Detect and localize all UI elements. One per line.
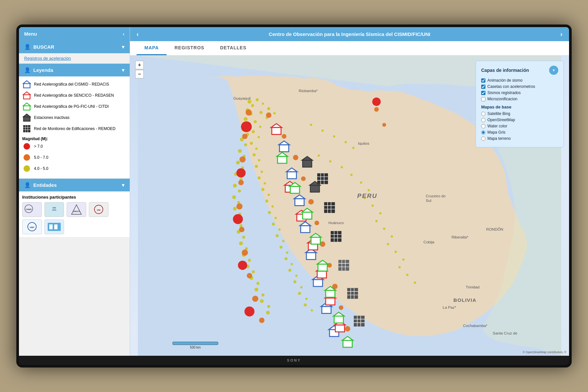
checkbox-sismos-input[interactable]	[481, 91, 485, 95]
tv-bottom: SONY	[19, 356, 569, 365]
radio-mapaterreno[interactable]: Mapa terreno	[481, 136, 558, 141]
svg-rect-187	[335, 325, 344, 332]
svg-point-102	[300, 286, 302, 288]
tabs-bar: MAPA REGISTROS DETALLES	[130, 41, 569, 56]
svg-point-156	[238, 261, 247, 270]
map-container[interactable]: PERU BOLIVIA Guayaquil Riobamba* Iquitos…	[130, 56, 569, 356]
svg-point-158	[372, 97, 381, 106]
checkbox-sismos[interactable]: Sismos registrados	[481, 90, 558, 95]
tab-registros[interactable]: REGISTROS	[167, 41, 212, 55]
svg-point-85	[261, 188, 264, 191]
svg-point-151	[374, 107, 379, 112]
left-arrow[interactable]: ‹	[137, 30, 139, 38]
svg-point-59	[252, 270, 255, 273]
svg-text:SEN: SEN	[53, 207, 56, 209]
right-arrow[interactable]: ›	[560, 30, 563, 38]
svg-point-66	[266, 311, 270, 315]
svg-text:Cobija: Cobija	[423, 240, 434, 244]
info-panel-toggle[interactable]: ▾	[549, 66, 558, 75]
svg-point-69	[267, 107, 270, 110]
svg-point-76	[257, 136, 260, 138]
svg-point-61	[256, 282, 259, 285]
legend-text-sencico: Red Acelerográfica de SENCICO - REDASEN	[34, 93, 114, 98]
svg-point-32	[244, 117, 248, 121]
leyenda-header[interactable]: 👤 Leyenda ▾	[19, 64, 130, 76]
svg-rect-224	[338, 260, 349, 271]
svg-rect-199	[326, 290, 335, 297]
checkbox-animacion[interactable]: Animación de sismo	[481, 78, 558, 83]
checkbox-microzon-input[interactable]	[481, 97, 485, 101]
radio-satellite[interactable]: Satellite Bing	[481, 111, 558, 116]
svg-point-51	[239, 224, 242, 227]
svg-point-67	[256, 98, 259, 101]
svg-point-103	[298, 292, 301, 295]
radio-mapagris[interactable]: Mapa Gris	[481, 130, 558, 135]
svg-point-112	[318, 155, 320, 157]
entidades-header[interactable]: 👤 Entidades ▾	[19, 179, 130, 191]
radio-watercolor-input[interactable]	[481, 124, 485, 128]
svg-point-145	[315, 220, 319, 225]
svg-point-141	[282, 134, 286, 139]
svg-point-57	[248, 259, 251, 262]
svg-point-130	[246, 109, 252, 116]
zoom-in-button[interactable]: +	[135, 61, 144, 69]
legend-mag-large: > 7.0	[22, 142, 126, 151]
svg-point-79	[253, 153, 255, 156]
legend-text-inactive: Estaciones inactivas	[34, 115, 70, 120]
svg-rect-209	[317, 173, 328, 184]
radio-mapagris-label: Mapa Gris	[487, 130, 505, 135]
sidebar-menu-header[interactable]: Menu ‹	[19, 27, 130, 41]
svg-point-45	[238, 189, 241, 192]
buscar-header[interactable]: 👤 BUSCAR ▾	[19, 41, 130, 53]
svg-point-64	[260, 299, 264, 303]
header-title: Centro de Observación para la Ingeniería…	[139, 31, 561, 37]
svg-point-142	[293, 155, 298, 160]
legend-item-pgfic: Red Acelerográfica de PG-FIC-UNI - CITDI	[22, 102, 126, 111]
svg-text:Sul: Sul	[426, 198, 431, 203]
radio-watercolor[interactable]: Water color	[481, 124, 558, 128]
legend-text-cismid: Red Acelerográfica del CISMID - REDACIS	[34, 82, 109, 87]
radio-mapagris-input[interactable]	[481, 130, 485, 135]
svg-point-122	[383, 228, 385, 230]
zoom-out-button[interactable]: −	[135, 70, 144, 78]
svg-point-137	[247, 273, 252, 278]
person-icon: 👤	[24, 44, 31, 50]
svg-point-68	[262, 103, 264, 105]
checkbox-sismos-label: Sismos registrados	[487, 90, 521, 95]
svg-point-132	[239, 156, 246, 163]
svg-point-78	[255, 148, 257, 150]
main-content: ‹ Centro de Observación para la Ingenier…	[130, 27, 569, 356]
checkbox-microzon[interactable]: Microzonificacion	[481, 97, 558, 101]
svg-text:PERU: PERU	[357, 192, 378, 199]
svg-rect-234	[354, 316, 365, 326]
registros-link[interactable]: Registros de aceleración	[19, 53, 130, 63]
radio-satellite-input[interactable]	[481, 112, 485, 116]
radio-group: Mapas de base Satellite Bing OpenStreetM…	[481, 105, 558, 141]
checkbox-casetas[interactable]: Casetas con acelerometros	[481, 84, 558, 89]
svg-point-129	[414, 282, 416, 284]
svg-point-154	[237, 168, 246, 177]
checkbox-casetas-input[interactable]	[481, 85, 485, 89]
radio-openstreet-input[interactable]	[481, 118, 485, 122]
svg-point-84	[264, 182, 266, 185]
svg-point-131	[242, 134, 247, 139]
svg-rect-183	[317, 271, 326, 278]
radio-mapaterreno-input[interactable]	[481, 137, 485, 141]
svg-point-136	[242, 250, 248, 256]
info-panel-header: Capas de información ▾	[481, 66, 558, 75]
svg-point-93	[276, 234, 279, 237]
svg-marker-5	[23, 103, 30, 106]
checkbox-animacion-input[interactable]	[481, 78, 485, 83]
svg-point-104	[305, 298, 308, 300]
svg-point-114	[341, 166, 343, 168]
svg-text:Guayaquil: Guayaquil	[233, 96, 251, 100]
entidades-chevron: ▾	[122, 182, 124, 188]
svg-text:Riobamba*: Riobamba*	[299, 89, 318, 93]
svg-point-97	[285, 257, 287, 260]
entidades-label: Entidades	[33, 182, 57, 188]
tab-detalles[interactable]: DETALLES	[212, 41, 254, 55]
radio-satellite-label: Satellite Bing	[487, 111, 510, 116]
radio-openstreet[interactable]: OpenStreetMap	[481, 118, 558, 122]
tab-mapa[interactable]: MAPA	[137, 41, 167, 55]
svg-text:UDEP: UDEP	[30, 226, 35, 228]
